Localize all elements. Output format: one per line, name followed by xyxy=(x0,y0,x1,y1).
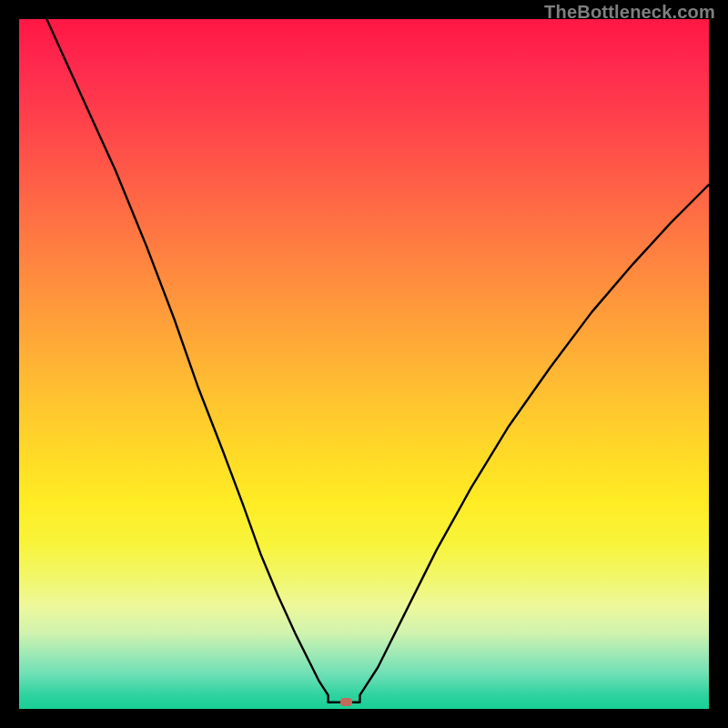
curve-svg xyxy=(19,19,709,709)
optimum-marker xyxy=(340,698,352,706)
plot-area xyxy=(19,19,709,709)
bottleneck-curve xyxy=(46,19,709,703)
chart-root: TheBottleneck.com xyxy=(0,0,728,728)
